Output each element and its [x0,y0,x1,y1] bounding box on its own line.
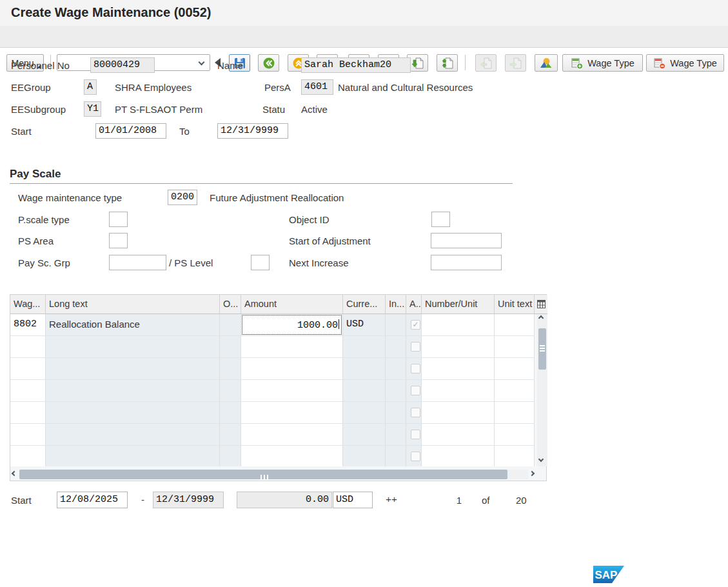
cell-unit-text[interactable] [495,402,535,424]
horizontal-scrollbar[interactable] [12,469,536,480]
column-header-number-unit[interactable]: Number/Unit [422,295,495,314]
cell-in [386,314,406,336]
table-row-empty [10,446,537,466]
toolbar-separator [465,55,466,70]
column-header-unit-text[interactable]: Unit text [495,295,535,314]
cell-amount[interactable] [241,358,343,380]
row-a-checkbox[interactable] [411,408,420,417]
cell-wage-type[interactable] [10,424,46,446]
cell-amount[interactable] [241,402,343,424]
footer-end-date-field: 12/31/9999 [153,492,224,508]
status-label: Statu [262,104,285,115]
cell-wage-type[interactable] [10,402,46,424]
cell-unit-text[interactable] [495,358,535,380]
cell-amount[interactable] [241,424,343,446]
cell-number-unit[interactable] [422,446,495,466]
table-settings-button[interactable] [535,295,547,314]
overview-button[interactable] [535,54,558,72]
ps-level-field[interactable] [251,255,270,270]
next-increase-label: Next Increase [289,257,349,268]
cell-unit-text[interactable] [495,380,535,402]
cell-number-unit[interactable] [422,380,495,402]
cell-unit-text[interactable] [495,446,535,466]
vertical-scroll-thumb[interactable] [538,328,546,370]
start-of-adjustment-label: Start of Adjustment [289,235,371,246]
start-of-adjustment-field[interactable] [431,233,502,248]
cell-currency [343,358,386,380]
footer-currency-field[interactable]: USD [333,492,373,508]
cell-wage-type[interactable] [10,358,46,380]
pay-sc-grp-field[interactable] [109,255,166,270]
footer-start-date-field[interactable]: 12/08/2025 [57,492,128,508]
cell-number-unit[interactable] [422,336,495,358]
record-of-label: of [482,495,490,506]
cell-unit-text[interactable] [495,424,535,446]
to-date-field[interactable]: 12/31/9999 [217,123,288,139]
cell-o [220,358,241,380]
cell-number-unit[interactable] [422,402,495,424]
cell-number-unit[interactable] [422,358,495,380]
column-header-in[interactable]: In... [386,295,406,314]
row-a-checkbox[interactable] [411,342,420,352]
ee-group-field: A [84,79,97,95]
cell-a [406,424,422,446]
ps-area-field[interactable] [109,233,128,248]
ee-group-label: EEGroup [11,82,51,93]
object-id-field[interactable] [431,212,450,227]
amount-input-focused[interactable]: 1000.00 [242,315,342,335]
cell-unit-text[interactable] [495,336,535,358]
pers-a-field: 4601 [301,79,333,95]
cell-in [386,424,406,446]
last-page-button[interactable] [437,54,458,72]
cell-amount[interactable] [241,380,343,402]
column-header-long-text[interactable]: Long text [46,295,220,314]
pscale-type-field[interactable] [109,212,128,227]
wage-maintenance-type-field[interactable]: 0200 [168,190,197,205]
cell-unit-text[interactable] [495,314,535,336]
cell-number-unit[interactable] [422,314,495,336]
column-header-a[interactable]: A.. [406,295,422,314]
table-body: 8802 Reallocation Balance 1000.00 USD [10,314,537,466]
horizontal-scroll-thumb[interactable] [19,470,507,479]
scroll-left-button[interactable] [12,472,16,475]
previous-record-button[interactable] [475,54,497,72]
add-wage-type-button[interactable]: Wage Type [562,54,643,72]
scroll-right-button[interactable] [530,472,534,475]
scroll-down-button[interactable] [539,457,543,461]
cell-wage-type[interactable]: 8802 [10,314,46,336]
footer-date-separator: - [141,494,144,505]
column-header-amount[interactable]: Amount [241,295,343,314]
remove-wage-type-button[interactable]: Wage Type [646,54,724,72]
back-button[interactable] [258,54,279,72]
cell-long-text [46,336,220,358]
column-header-wage-type[interactable]: Wag... [10,295,46,314]
column-header-currency[interactable]: Curre... [343,295,386,314]
start-date-field[interactable]: 01/01/2008 [95,123,166,139]
cell-o [220,402,241,424]
cell-amount[interactable] [241,446,343,466]
cell-wage-type[interactable] [10,380,46,402]
start-label: Start [11,126,32,137]
cell-in [386,402,406,424]
cell-amount[interactable]: 1000.00 [241,314,343,336]
chevron-down-icon [199,59,205,66]
cell-wage-type[interactable] [10,336,46,358]
horizontal-scroll-track[interactable] [19,470,528,479]
cell-long-text [46,446,220,466]
cell-wage-type[interactable] [10,446,46,466]
cell-amount[interactable] [241,336,343,358]
title-bar: Create Wage Maintenance (0052) [0,0,728,26]
row-a-checkbox[interactable] [411,430,420,439]
row-a-checkbox[interactable] [411,452,420,461]
cell-long-text [46,402,220,424]
next-record-button[interactable] [505,54,526,72]
row-a-checkbox[interactable] [411,386,420,395]
next-increase-field[interactable] [431,255,502,270]
row-a-checkbox[interactable] [411,320,420,330]
cell-number-unit[interactable] [422,424,495,446]
name-label: Name [217,60,243,71]
column-header-o[interactable]: O... [220,295,241,314]
scroll-up-button[interactable] [539,316,543,320]
row-a-checkbox[interactable] [411,364,420,373]
vertical-scrollbar[interactable] [537,314,547,466]
